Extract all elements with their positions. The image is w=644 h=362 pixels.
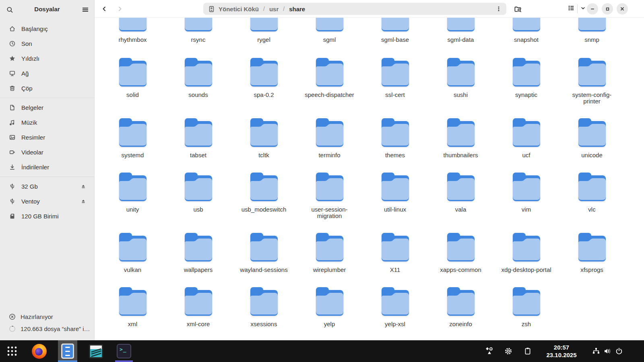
folder-label: usb	[193, 206, 203, 213]
sidebar-item-recent[interactable]: Son	[0, 36, 94, 51]
sidebar-item-trash[interactable]: Çöp	[0, 81, 94, 96]
volume-icon[interactable]	[603, 347, 611, 355]
settings-gear-icon[interactable]	[504, 347, 512, 355]
folder-item[interactable]: ucf	[493, 116, 559, 158]
kebab-menu-icon[interactable]	[493, 4, 504, 14]
folder-item[interactable]: spa-0.2	[231, 56, 297, 105]
taskbar-terminal[interactable]: >_	[114, 340, 134, 362]
folder-item[interactable]: sounds	[165, 56, 231, 105]
cancel-circle-icon[interactable]	[9, 313, 16, 320]
close-button[interactable]	[617, 3, 628, 14]
app-grid-button[interactable]	[2, 340, 22, 362]
folder-item[interactable]: util-linux	[362, 170, 428, 219]
folder-item[interactable]: unicode	[559, 116, 625, 158]
folder-item[interactable]: zsh	[493, 285, 559, 327]
folder-item[interactable]: vulkan	[100, 230, 165, 273]
maximize-button[interactable]	[602, 3, 613, 14]
sidebar-item-documents[interactable]: Belgeler	[0, 100, 94, 115]
breadcrumb-current[interactable]: share	[289, 6, 305, 12]
folder-item[interactable]: sgml-base	[362, 18, 428, 43]
folder-item[interactable]: usb_modeswitch	[231, 170, 297, 219]
eject-icon[interactable]	[78, 181, 89, 192]
search-folder-icon[interactable]	[512, 3, 524, 14]
folder-item[interactable]: system-config-printer	[559, 56, 625, 105]
folder-label: sgml	[323, 37, 336, 43]
status-row-preparing[interactable]: Hazırlanıyor	[0, 311, 95, 323]
folder-item[interactable]: xapps-common	[428, 230, 493, 273]
document-icon	[9, 104, 16, 111]
folder-item[interactable]: sgml-data	[428, 18, 493, 43]
folder-item[interactable]: unity	[100, 170, 165, 219]
folder-item[interactable]: X11	[362, 230, 428, 273]
folder-item[interactable]: rsync	[165, 18, 231, 43]
folder-item[interactable]: snapshot	[493, 18, 559, 43]
folder-item[interactable]: xdg-desktop-portal	[493, 230, 559, 273]
folder-item[interactable]: zoneinfo	[428, 285, 493, 327]
sidebar-item-starred[interactable]: Yıldızlı	[0, 51, 94, 66]
folder-item[interactable]: sgml	[297, 18, 362, 43]
taskbar-text-editor[interactable]	[86, 340, 105, 362]
folder-item[interactable]: xfsprogs	[559, 230, 625, 273]
back-button[interactable]	[99, 3, 110, 14]
folder-item[interactable]: solid	[100, 56, 165, 105]
eject-icon[interactable]	[78, 196, 89, 207]
sidebar-item-home[interactable]: Başlangıç	[0, 21, 94, 36]
folder-item[interactable]: yelp-xsl	[362, 285, 428, 327]
sidebar-item-volume-120gb[interactable]: 120 GB Birimi	[0, 209, 94, 224]
sidebar-item-music[interactable]: Müzik	[0, 115, 94, 130]
folder-item[interactable]: rygel	[231, 18, 297, 43]
home-icon	[9, 25, 16, 32]
breadcrumb-root[interactable]: Yönetici Kökü	[219, 6, 259, 12]
breadcrumb-usr[interactable]: usr	[269, 6, 279, 12]
hamburger-menu-icon[interactable]	[80, 4, 91, 15]
shapes-applet-icon[interactable]	[485, 347, 493, 355]
status-row-progress[interactable]: 120.663 dosya “share” iç…	[0, 323, 95, 335]
breadcrumb[interactable]: Yönetici Kökü / usr / share	[203, 3, 506, 15]
chevron-down-icon[interactable]	[580, 5, 586, 13]
folder-item[interactable]: wireplumber	[297, 230, 362, 273]
taskbar-files-active[interactable]	[58, 340, 77, 362]
forward-button[interactable]	[114, 3, 126, 14]
sidebar-item-downloads[interactable]: İndirilenler	[0, 160, 94, 175]
network-tray-icon[interactable]	[592, 347, 600, 355]
folder-item[interactable]: synaptic	[493, 56, 559, 105]
folder-item[interactable]: sushi	[428, 56, 493, 105]
sidebar-item-usb-32gb[interactable]: 32 Gb	[0, 179, 94, 194]
folder-item[interactable]: tcltk	[231, 116, 297, 158]
folder-label: sushi	[454, 92, 468, 98]
sidebar-item-network[interactable]: Ağ	[0, 66, 94, 81]
folder-icon	[380, 56, 411, 88]
folder-item[interactable]: wayland-sessions	[231, 230, 297, 273]
sidebar-item-videos[interactable]: Videolar	[0, 145, 94, 160]
folder-item[interactable]: vlc	[559, 170, 625, 219]
power-icon[interactable]	[615, 347, 623, 355]
list-view-icon[interactable]	[568, 4, 575, 13]
sidebar-item-usb-ventoy[interactable]: Ventoy	[0, 194, 94, 209]
folder-grid[interactable]: rhythmbox rsync rygel sgml sgml-base	[95, 18, 644, 340]
folder-item[interactable]: usb	[165, 170, 231, 219]
folder-item[interactable]: yelp	[297, 285, 362, 327]
folder-item[interactable]: thumbnailers	[428, 116, 493, 158]
folder-item[interactable]: user-session-migration	[297, 170, 362, 219]
view-switcher[interactable]	[568, 3, 586, 14]
folder-item[interactable]: vala	[428, 170, 493, 219]
folder-item[interactable]: rhythmbox	[100, 18, 165, 43]
folder-icon	[314, 56, 345, 88]
folder-item[interactable]: xml-core	[165, 285, 231, 327]
folder-item[interactable]: terminfo	[297, 116, 362, 158]
folder-item[interactable]: tabset	[165, 116, 231, 158]
folder-item[interactable]: xml	[100, 285, 165, 327]
taskbar-firefox[interactable]	[29, 340, 49, 362]
folder-item[interactable]: xsessions	[231, 285, 297, 327]
clipboard-icon[interactable]	[524, 347, 532, 355]
folder-item[interactable]: speech-dispatcher	[297, 56, 362, 105]
folder-item[interactable]: vim	[493, 170, 559, 219]
folder-item[interactable]: snmp	[559, 18, 625, 43]
minimize-button[interactable]	[587, 3, 598, 14]
folder-item[interactable]: ssl-cert	[362, 56, 428, 105]
sidebar-item-pictures[interactable]: Resimler	[0, 130, 94, 145]
clock[interactable]: 20:57 23.10.2025	[543, 343, 580, 359]
folder-item[interactable]: wallpapers	[165, 230, 231, 273]
folder-item[interactable]: systemd	[100, 116, 165, 158]
folder-item[interactable]: themes	[362, 116, 428, 158]
